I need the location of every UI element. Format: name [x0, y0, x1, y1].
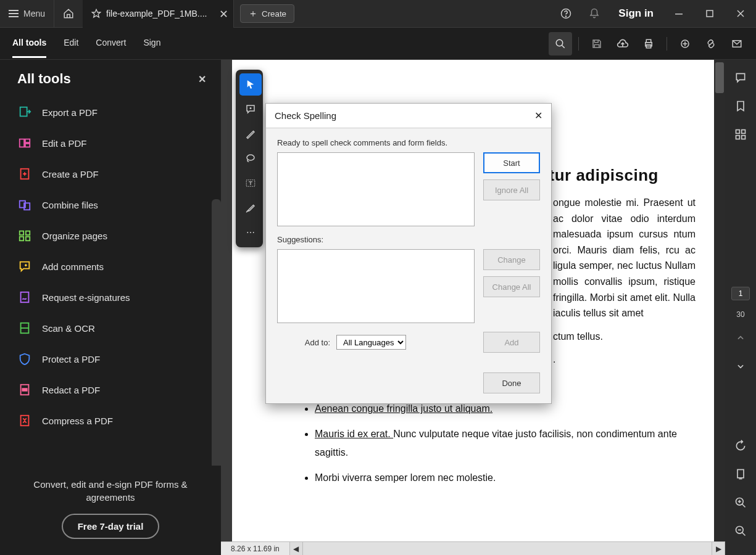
- text-box-tool[interactable]: [239, 172, 262, 194]
- sign-in-button[interactable]: Sign in: [609, 7, 663, 20]
- main-area: All tools ✕ Export a PDF Edit a PDF Crea…: [0, 60, 756, 555]
- tool-scan-ocr[interactable]: Scan & OCR: [0, 313, 221, 343]
- home-button[interactable]: [54, 0, 83, 28]
- window-maximize[interactable]: [694, 0, 725, 28]
- tool-edit-pdf[interactable]: Edit a PDF: [0, 128, 221, 158]
- document-viewport[interactable]: n ctetur adipiscing ongue molestie mi. P…: [221, 60, 725, 541]
- vertical-scrollbar-track[interactable]: [714, 60, 725, 541]
- close-tab-icon[interactable]: [220, 10, 227, 17]
- print-icon: [643, 38, 654, 49]
- start-button[interactable]: Start: [483, 152, 540, 173]
- sidebar-scrollbar[interactable]: [212, 199, 221, 466]
- done-button[interactable]: Done: [483, 372, 540, 393]
- bookmarks-panel-button[interactable]: [731, 97, 750, 115]
- svg-rect-20: [26, 237, 30, 240]
- tool-redact-pdf[interactable]: Redact a PDF: [0, 374, 221, 405]
- vertical-scrollbar-thumb[interactable]: [715, 62, 724, 93]
- svg-rect-11: [20, 139, 24, 147]
- page-icon: [734, 468, 747, 480]
- check-spelling-dialog: Check Spelling ✕ Ready to spell check co…: [265, 103, 552, 404]
- create-button[interactable]: ＋ Create: [240, 4, 294, 23]
- tab-edit[interactable]: Edit: [64, 29, 78, 58]
- window-close[interactable]: [725, 0, 756, 28]
- comments-panel-button[interactable]: [731, 68, 750, 87]
- menu-label: Menu: [23, 9, 45, 18]
- document-tab[interactable]: file-example_PDF_1MB....: [83, 0, 234, 28]
- add-to-select[interactable]: All Languages: [336, 335, 406, 350]
- cloud-upload-button[interactable]: [611, 32, 634, 56]
- cta-panel: Convert, edit and e-sign PDF forms & agr…: [0, 466, 221, 555]
- menu-button[interactable]: Menu: [0, 0, 54, 28]
- tool-label: Export a PDF: [42, 107, 98, 118]
- tool-add-comments[interactable]: Add comments: [0, 251, 221, 282]
- hscroll-left[interactable]: ◀: [289, 542, 303, 555]
- redact-icon: [17, 382, 32, 397]
- link-button[interactable]: [699, 32, 723, 56]
- tool-protect-pdf[interactable]: Protect a PDF: [0, 343, 221, 374]
- current-page-input[interactable]: 1: [731, 287, 750, 300]
- tool-export-pdf[interactable]: Export a PDF: [0, 97, 221, 128]
- page-fit-button[interactable]: [731, 465, 750, 483]
- svg-rect-12: [25, 139, 30, 143]
- close-icon: [737, 10, 744, 17]
- pen-icon: [245, 202, 256, 213]
- close-sidebar-button[interactable]: ✕: [198, 73, 206, 85]
- tab-sign[interactable]: Sign: [143, 29, 160, 58]
- highlight-tool[interactable]: [239, 123, 262, 145]
- change-button[interactable]: Change: [483, 249, 540, 270]
- ignore-all-button[interactable]: Ignore All: [483, 179, 540, 200]
- svg-point-4: [556, 39, 563, 46]
- create-label: Create: [262, 9, 286, 18]
- zoom-out-button[interactable]: [731, 522, 750, 540]
- svg-rect-28: [736, 130, 740, 134]
- add-button[interactable]: Add: [483, 332, 540, 353]
- search-button[interactable]: [549, 32, 572, 56]
- free-trial-button[interactable]: Free 7-day trial: [62, 514, 160, 539]
- select-tool[interactable]: [239, 73, 262, 96]
- tool-combine-files[interactable]: Combine files: [0, 189, 221, 220]
- page-down-button[interactable]: [731, 357, 750, 376]
- tool-create-pdf[interactable]: Create a PDF: [0, 158, 221, 189]
- hscroll-track[interactable]: [303, 542, 712, 555]
- tool-compress-pdf[interactable]: Compress a PDF: [0, 405, 221, 436]
- add-text-comment-tool[interactable]: [239, 98, 262, 120]
- word-input-box[interactable]: [277, 152, 475, 226]
- tab-all-tools[interactable]: All tools: [12, 29, 46, 58]
- notifications-button[interactable]: [580, 0, 609, 28]
- minimize-icon: [675, 10, 683, 17]
- hscroll-right[interactable]: ▶: [712, 542, 725, 555]
- sparkle-icon: [679, 38, 691, 49]
- page-up-button[interactable]: [731, 329, 750, 347]
- rotate-button[interactable]: [731, 437, 750, 455]
- tool-label: Combine files: [42, 200, 98, 210]
- suggestions-box[interactable]: [277, 249, 475, 323]
- chevron-down-icon: [736, 362, 745, 371]
- zoom-in-button[interactable]: [731, 493, 750, 512]
- combine-icon: [17, 197, 32, 212]
- window-minimize[interactable]: [663, 0, 694, 28]
- scan-icon: [17, 321, 32, 335]
- comment-plus-icon: [245, 104, 256, 115]
- cloud-icon: [617, 38, 629, 50]
- lasso-icon: [245, 153, 256, 164]
- dialog-close-button[interactable]: ✕: [534, 110, 542, 121]
- help-button[interactable]: [552, 0, 580, 28]
- draw-tool[interactable]: [239, 147, 262, 170]
- more-tools[interactable]: ⋯: [239, 221, 262, 244]
- tool-request-esign[interactable]: Request e-signatures: [0, 282, 221, 313]
- email-button[interactable]: [725, 32, 749, 56]
- organize-icon: [17, 228, 32, 243]
- tool-label: Edit a PDF: [42, 138, 87, 149]
- tab-convert[interactable]: Convert: [96, 29, 126, 58]
- ai-assistant-button[interactable]: [673, 32, 697, 56]
- dialog-title: Check Spelling: [275, 110, 336, 121]
- pdf-page: n ctetur adipiscing ongue molestie mi. P…: [232, 60, 714, 541]
- save-button[interactable]: [585, 32, 609, 56]
- change-all-button[interactable]: Change All: [483, 276, 540, 297]
- thumbnails-panel-button[interactable]: [731, 125, 750, 144]
- help-icon: [560, 8, 571, 19]
- tool-organize-pages[interactable]: Organize pages: [0, 220, 221, 251]
- print-button[interactable]: [637, 32, 660, 56]
- sign-tool[interactable]: [239, 197, 262, 219]
- svg-rect-2: [675, 14, 683, 15]
